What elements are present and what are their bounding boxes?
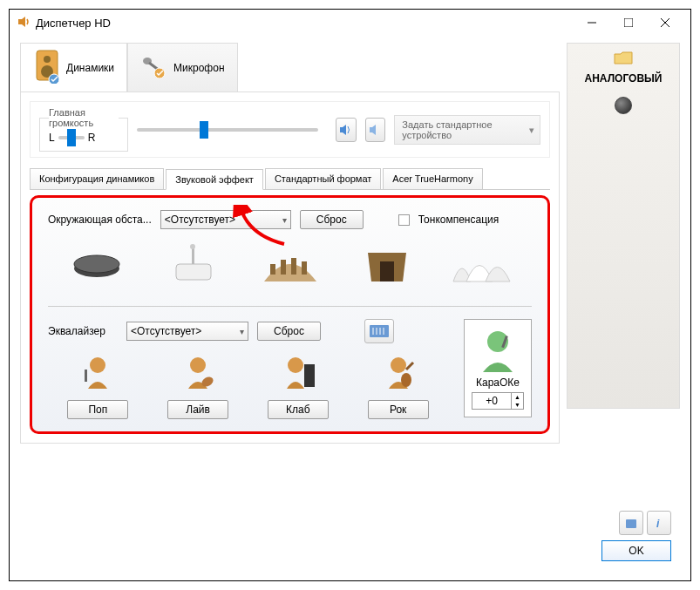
svg-rect-30: [304, 364, 315, 387]
env-preset-opera-house[interactable]: [445, 238, 523, 290]
svg-rect-19: [380, 261, 394, 281]
tab-speaker-config[interactable]: Конфигурация динамиков: [30, 168, 164, 189]
device-tabs: Динамики Микрофон: [20, 43, 560, 92]
app-icon: [17, 15, 31, 31]
equalizer-reset-button[interactable]: Сброс: [257, 322, 321, 341]
svg-point-25: [90, 357, 105, 373]
environment-presets: [48, 238, 532, 290]
svg-rect-12: [176, 264, 211, 280]
karaoke-box: КараОКе +0 ▲ ▼: [464, 319, 532, 417]
env-preset-puck[interactable]: [58, 238, 136, 290]
folder-icon: [614, 51, 633, 64]
main-volume-slider[interactable]: [137, 128, 318, 132]
eq-preset-rock-button[interactable]: Рок: [368, 400, 429, 419]
svg-point-11: [74, 255, 119, 273]
svg-rect-13: [192, 247, 194, 264]
svg-point-14: [190, 244, 195, 249]
svg-rect-15: [270, 264, 275, 275]
equalizer-label: Эквалайзер: [48, 325, 118, 337]
karaoke-up-button[interactable]: ▲: [511, 393, 523, 401]
svg-rect-16: [281, 260, 286, 275]
ok-button[interactable]: OK: [601, 540, 671, 561]
settings-tabs: Конфигурация динамиков Звуковой эффект С…: [30, 168, 550, 190]
tab-default-format[interactable]: Стандартный формат: [265, 168, 381, 189]
default-device-dropdown[interactable]: Задать стандартное устройство: [394, 115, 540, 145]
maximize-button[interactable]: [610, 10, 647, 35]
env-preset-bathroom[interactable]: [154, 238, 233, 290]
eq-preset-pop-icon[interactable]: [63, 354, 133, 393]
karaoke-icon: [474, 327, 521, 374]
sidebar-analog: АНАЛОГОВЫЙ: [567, 43, 680, 409]
karaoke-label: КараОКе: [472, 376, 524, 389]
sound-test-button[interactable]: [336, 118, 357, 142]
svg-point-7: [49, 74, 59, 84]
microphone-icon: [140, 54, 168, 81]
tab-microphone[interactable]: Микрофон: [127, 43, 237, 92]
eq-preset-rock-icon[interactable]: [364, 354, 433, 393]
sound-effect-panel: Окружающая обста... <Отсутствует> Сброс …: [30, 195, 550, 434]
volume-legend: Главная громкость: [49, 107, 119, 128]
karaoke-value: +0: [472, 395, 511, 407]
svg-point-29: [288, 357, 303, 373]
titlebar: Диспетчер HD: [10, 10, 690, 36]
eq-preset-pop-button[interactable]: Поп: [67, 400, 128, 419]
balance-slider[interactable]: [58, 136, 85, 139]
svg-rect-20: [370, 325, 389, 337]
svg-point-5: [44, 56, 51, 63]
equalizer-dropdown[interactable]: <Отсутствует>: [126, 322, 248, 341]
tab-sound-effect[interactable]: Звуковой эффект: [166, 169, 263, 190]
svg-text:i: i: [656, 518, 660, 530]
svg-rect-35: [626, 519, 636, 528]
tab-speakers-label: Динамики: [66, 62, 114, 74]
device-settings-button[interactable]: [619, 511, 643, 535]
svg-point-27: [190, 357, 206, 373]
svg-point-31: [391, 357, 406, 373]
svg-rect-1: [624, 18, 633, 27]
svg-point-32: [401, 373, 411, 387]
eq-preset-live-button[interactable]: Лайв: [167, 400, 228, 419]
tonecomp-checkbox[interactable]: [398, 214, 410, 226]
eq-preset-club-icon[interactable]: [263, 354, 333, 393]
volume-left-label: L: [49, 132, 55, 144]
env-preset-colosseum[interactable]: [251, 238, 330, 290]
equalizer-graphic-button[interactable]: [364, 319, 394, 343]
minimize-button[interactable]: [574, 10, 610, 35]
analog-label: АНАЛОГОВЫЙ: [574, 72, 672, 85]
svg-rect-26: [85, 370, 87, 382]
volume-section: Главная громкость L R: [30, 101, 550, 158]
close-button[interactable]: [647, 10, 683, 35]
volume-right-label: R: [88, 132, 96, 144]
environment-dropdown[interactable]: <Отсутствует>: [160, 210, 291, 229]
tonecomp-label: Тонкомпенсация: [418, 214, 500, 226]
window-title: Диспетчер HD: [36, 17, 574, 30]
analog-jack-icon[interactable]: [615, 97, 632, 114]
svg-rect-17: [291, 258, 296, 275]
karaoke-down-button[interactable]: ▼: [511, 401, 523, 409]
karaoke-spinner[interactable]: +0 ▲ ▼: [472, 392, 524, 410]
eq-preset-live-icon[interactable]: [163, 354, 233, 393]
tab-microphone-label: Микрофон: [173, 62, 224, 74]
environment-reset-button[interactable]: Сброс: [300, 210, 364, 229]
info-button[interactable]: i: [647, 511, 671, 535]
tab-speakers[interactable]: Динамики: [20, 43, 127, 92]
env-preset-stone-room[interactable]: [348, 238, 426, 290]
tab-trueharmony[interactable]: Acer TrueHarmony: [383, 168, 482, 189]
eq-preset-club-button[interactable]: Клаб: [268, 400, 329, 419]
svg-rect-18: [302, 261, 307, 275]
speakers-icon: [33, 49, 61, 86]
mute-button[interactable]: [365, 118, 386, 142]
environment-label: Окружающая обста...: [48, 214, 152, 226]
